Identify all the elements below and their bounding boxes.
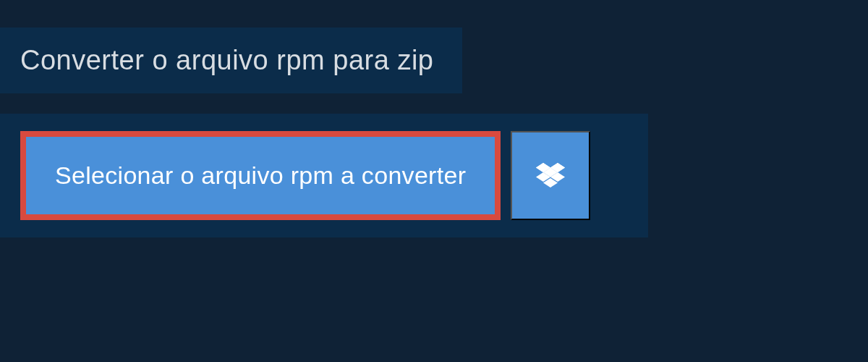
page-title: Converter o arquivo rpm para zip [20, 45, 433, 76]
button-row: Selecionar o arquivo rpm a converter [20, 131, 628, 220]
header-tab: Converter o arquivo rpm para zip [0, 28, 462, 93]
dropbox-icon [536, 163, 565, 189]
upload-panel: Selecionar o arquivo rpm a converter [0, 114, 648, 237]
dropbox-button[interactable] [511, 131, 590, 220]
select-file-button[interactable]: Selecionar o arquivo rpm a converter [20, 131, 501, 220]
